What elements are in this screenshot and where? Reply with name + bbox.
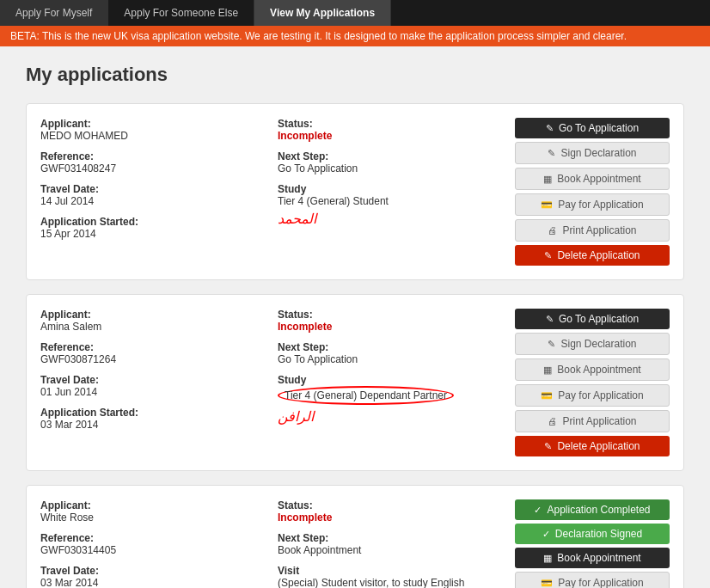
nav-apply-someone-else[interactable]: Apply For Someone Else [108,0,254,26]
handwriting-annotation: الرافن [278,408,498,425]
app-info: Applicant: MEDO MOHAMED Reference: GWF03… [40,118,260,266]
btn-icon: 🖨 [548,416,557,426]
action-button[interactable]: ✎Delete Application [515,436,670,456]
travel-date-row: Travel Date: 03 Mar 2014 [40,565,260,588]
reference-row: Reference: GWF030871264 [40,341,260,365]
page-title: My applications [26,64,684,86]
application-card: Applicant: MEDO MOHAMED Reference: GWF03… [26,103,684,280]
action-button[interactable]: ✓Application Completed [515,499,670,520]
app-actions: ✎Go To Application✎Sign Declaration▦Book… [515,309,670,456]
btn-icon: ▦ [543,364,552,376]
app-status: Status: Incomplete Next Step: Go To Appl… [278,309,498,456]
nav-apply-myself[interactable]: Apply For Myself [0,0,108,26]
action-button[interactable]: 🖨Print Application [515,410,670,432]
main-content: My applications Applicant: MEDO MOHAMED … [0,46,710,588]
application-card: Applicant: Amina Salem Reference: GWF030… [26,294,684,471]
btn-icon: ✓ [534,505,542,516]
btn-icon: ✎ [548,339,555,350]
reference-row: Reference: GWF031408247 [40,150,260,175]
started-row: Application Started: 03 Mar 2014 [40,407,260,431]
action-button[interactable]: 🖨Print Application [515,219,670,242]
btn-icon: 💳 [541,578,553,589]
app-actions: ✎Go To Application✎Sign Declaration▦Book… [515,118,670,266]
btn-icon: ▦ [543,553,552,564]
app-actions: ✓Application Completed✓Declaration Signe… [515,499,670,588]
app-status: Status: Incomplete Next Step: Go To Appl… [278,118,498,266]
btn-icon: ✎ [548,148,555,159]
app-info: Applicant: Amina Salem Reference: GWF030… [40,309,260,456]
btn-icon: ✎ [544,250,552,261]
action-button[interactable]: 💳Pay for Application [515,384,670,407]
action-button[interactable]: 💳Pay for Application [515,572,670,588]
applicant-row: Applicant: MEDO MOHAMED [40,118,260,142]
app-info: Applicant: White Rose Reference: GWF0303… [40,499,260,588]
applicant-row: Applicant: Amina Salem [40,309,260,333]
travel-date-row: Travel Date: 14 Jul 2014 [40,183,260,207]
action-button[interactable]: ✎Sign Declaration [515,333,670,355]
beta-bar: BETA: This is the new UK visa applicatio… [0,26,710,46]
action-button[interactable]: ✎Delete Application [515,245,670,266]
action-button[interactable]: ✎Go To Application [515,118,670,138]
action-button[interactable]: ▦Book Appointment [515,548,670,568]
started-row: Application Started: 15 Apr 2014 [40,216,260,240]
action-button[interactable]: ▦Book Appointment [515,358,670,381]
action-button[interactable]: ✓Declaration Signed [515,524,670,544]
circled-category: Tier 4 (General) Dependant Partner [278,386,454,405]
action-button[interactable]: 💳Pay for Application [515,193,670,216]
btn-icon: ✎ [544,441,552,452]
btn-icon: 🖨 [548,225,557,236]
applications-list: Applicant: MEDO MOHAMED Reference: GWF03… [26,103,684,588]
btn-icon: ✎ [546,123,554,134]
handwriting-annotation: المحمد [278,211,498,227]
application-card: Applicant: White Rose Reference: GWF0303… [26,485,684,588]
btn-icon: ✎ [546,314,554,325]
btn-icon: ✓ [542,529,550,540]
nav-view-applications[interactable]: View My Applications [254,0,391,26]
travel-date-row: Travel Date: 01 Jun 2014 [40,374,260,398]
applicant-row: Applicant: White Rose [40,499,260,524]
btn-icon: 💳 [541,199,553,211]
btn-icon: ▦ [543,174,552,185]
reference-row: Reference: GWF030314405 [40,532,260,556]
action-button[interactable]: ✎Sign Declaration [515,142,670,164]
action-button[interactable]: ▦Book Appointment [515,168,670,190]
btn-icon: 💳 [541,390,553,401]
top-navigation: Apply For Myself Apply For Someone Else … [0,0,710,26]
action-button[interactable]: ✎Go To Application [515,309,670,329]
app-status: Status: Incomplete Next Step: Book Appoi… [278,499,498,588]
